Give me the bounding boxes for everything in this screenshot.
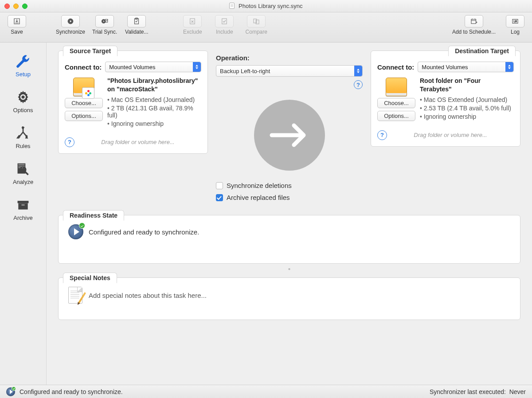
exclude-button: Exclude <box>180 15 205 35</box>
select-arrows-icon <box>193 62 201 72</box>
svg-rect-9 <box>471 20 476 24</box>
source-choose-button[interactable]: Choose... <box>65 98 103 108</box>
include-icon <box>215 15 234 27</box>
connect-to-label: Connect to: <box>65 63 102 71</box>
drag-hint: Drag folder or volume here... <box>387 132 514 138</box>
checkbox-label: Synchronize deletions <box>227 182 292 189</box>
save-button[interactable]: Save <box>4 15 29 35</box>
trial-icon <box>95 15 114 27</box>
synchronize-button[interactable]: Synchronize <box>56 15 85 35</box>
document-icon <box>229 3 235 9</box>
destination-detail: 2.53 TB (2.4 TB avail, 5.0% full) <box>420 105 514 112</box>
toolbar-label: Include <box>216 29 233 35</box>
status-bar: Configured and ready to synchronize. Syn… <box>0 385 532 398</box>
sidebar-item-setup[interactable]: Setup <box>0 48 46 84</box>
sidebar-item-archive[interactable]: Archive <box>0 191 46 227</box>
window-title-text: Photos Library sync.sync <box>239 3 303 9</box>
window-title: Photos Library sync.sync <box>0 3 532 9</box>
destination-target-panel: Destination Target Connect to: Mounted V… <box>371 51 520 147</box>
archive-replaced-checkbox[interactable] <box>216 194 223 201</box>
ready-status-icon <box>68 224 83 239</box>
add-to-schedule-button[interactable]: Add to Schedule... <box>452 15 496 35</box>
gear-icon <box>15 90 31 104</box>
select-arrows-icon <box>354 66 362 76</box>
destination-tab-label: Destination Target <box>448 46 516 56</box>
status-icon <box>6 387 15 396</box>
readiness-tab-label: Readiness State <box>63 210 124 221</box>
compare-button: Compare <box>244 15 269 35</box>
destination-title: Root folder on "Four Terabytes" <box>420 77 514 94</box>
readiness-text: Configured and ready to synchronize. <box>89 228 199 236</box>
connect-to-label: Connect to: <box>377 63 414 71</box>
calendar-add-icon <box>465 15 483 27</box>
toolbar-label: Save <box>11 29 23 35</box>
last-executed: Synchronizer last executed: Never <box>430 388 526 395</box>
play-icon <box>61 15 80 27</box>
sidebar-item-analyze[interactable]: Analyze <box>0 156 46 191</box>
trial-sync-button[interactable]: Trial Sync. <box>92 15 117 35</box>
validate-button[interactable]: Validate... <box>124 15 149 35</box>
source-detail: 2 TB (421.31 GB avail, 78.9% full) <box>107 105 201 119</box>
sidebar-label: Setup <box>16 71 31 78</box>
toolbar-label: Trial Sync. <box>92 29 117 35</box>
toolbar-label: Exclude <box>183 29 202 35</box>
svg-rect-19 <box>21 204 24 206</box>
select-value: Backup Left-to-right <box>220 68 270 74</box>
wrench-icon <box>15 54 31 68</box>
toolbar-label: Validate... <box>125 29 148 35</box>
notes-icon <box>68 287 82 304</box>
compare-icon <box>247 15 266 27</box>
help-button[interactable]: ? <box>377 130 387 140</box>
status-text: Configured and ready to synchronize. <box>20 388 123 395</box>
save-icon <box>8 15 26 27</box>
svg-rect-13 <box>18 164 24 165</box>
destination-options-button[interactable]: Options... <box>377 111 415 121</box>
svg-rect-17 <box>18 201 29 203</box>
last-executed-label: Synchronizer last executed: <box>430 388 506 395</box>
validate-icon <box>127 15 146 27</box>
include-button: Include <box>212 15 237 35</box>
last-executed-value: Never <box>509 388 526 395</box>
select-value: Mounted Volumes <box>422 64 468 70</box>
notes-placeholder[interactable]: Add special notes about this task here..… <box>89 292 207 299</box>
source-title: "Photos Library.photoslibrary" on "macro… <box>107 77 201 94</box>
operation-select[interactable]: Backup Left-to-right <box>216 65 363 77</box>
source-detail: Ignoring ownership <box>107 120 201 127</box>
select-arrows-icon <box>505 62 513 72</box>
toolbar-label: Add to Schedule... <box>452 29 496 35</box>
help-button[interactable]: ? <box>65 137 74 147</box>
direction-arrow-icon <box>254 100 325 171</box>
select-value: Mounted Volumes <box>109 64 155 70</box>
help-button[interactable]: ? <box>354 80 363 89</box>
sidebar-label: Analyze <box>13 179 33 185</box>
destination-detail: Mac OS Extended (Journaled) <box>420 96 514 103</box>
operation-column: Operation: Backup Left-to-right ? Synchr… <box>208 51 371 203</box>
sidebar-item-rules[interactable]: Rules <box>0 120 46 156</box>
sidebar-label: Rules <box>16 143 30 149</box>
toolbar-label: Synchronize <box>56 29 85 35</box>
sidebar-label: Archive <box>13 215 32 221</box>
toolbar-label: Log <box>511 29 520 35</box>
svg-text:LN: LN <box>513 20 517 23</box>
source-detail: Mac OS Extended (Journaled) <box>107 96 201 103</box>
destination-choose-button[interactable]: Choose... <box>377 98 415 108</box>
source-target-panel: Source Target Connect to: Mounted Volume… <box>58 51 208 154</box>
log-button[interactable]: LN Log <box>503 15 528 35</box>
special-notes-panel: Special Notes Add special notes about th… <box>58 277 520 320</box>
resize-grip[interactable]: ● <box>58 266 520 271</box>
operation-label: Operation: <box>216 54 363 62</box>
photos-app-badge-icon <box>82 87 94 99</box>
sidebar-item-options[interactable]: Options <box>0 84 46 120</box>
sync-deletions-checkbox[interactable] <box>216 182 223 189</box>
branch-icon <box>15 126 31 140</box>
destination-drive-icon <box>383 77 410 96</box>
svg-rect-6 <box>222 19 227 24</box>
source-connect-select[interactable]: Mounted Volumes <box>105 62 201 72</box>
source-drive-icon <box>70 77 97 96</box>
svg-rect-18 <box>18 203 27 209</box>
log-icon: LN <box>506 15 524 27</box>
destination-connect-select[interactable]: Mounted Volumes <box>418 62 514 72</box>
magnifier-icon <box>15 162 31 176</box>
source-options-button[interactable]: Options... <box>65 111 103 121</box>
exclude-icon <box>183 15 202 27</box>
